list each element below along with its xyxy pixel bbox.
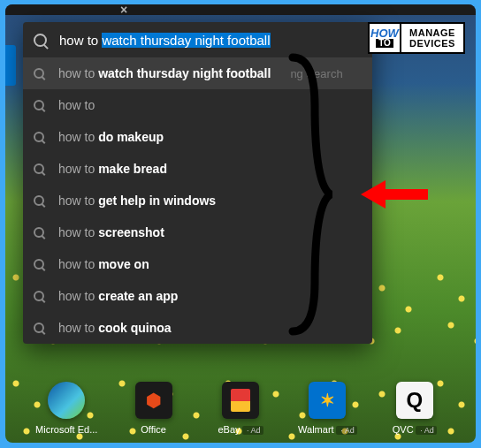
search-icon (34, 323, 44, 333)
taskbar-app-edge[interactable]: Microsoft Ed... (27, 382, 106, 435)
search-typed-text: how to (59, 33, 102, 48)
suggestion-item[interactable]: how to make bread (23, 153, 372, 185)
suggestion-text: how to do makeup (58, 130, 164, 144)
ebay-icon (222, 382, 259, 419)
suggestions-list: how to watch thursday night footballng S… (23, 57, 372, 344)
search-icon (34, 163, 44, 174)
window-titlebar (5, 4, 476, 15)
taskbar-app-label: eBay · Ad (218, 424, 263, 435)
search-icon (34, 34, 47, 47)
search-icon (34, 100, 44, 110)
suggestion-item[interactable]: how to create an app (23, 280, 372, 312)
taskbar: Microsoft Ed...⬢OfficeeBay · Ad✶Walmart … (5, 374, 476, 443)
taskbar-app-ebay[interactable]: eBay · Ad (201, 382, 280, 435)
taskbar-app-label: Walmart · Ad (298, 424, 357, 435)
logo-line1: MANAGE (409, 27, 455, 38)
suggestion-item[interactable]: how to do makeup (23, 121, 372, 153)
logo-to: TO (376, 39, 393, 48)
watermark-logo: HOW TO MANAGE DEVICES (368, 22, 465, 54)
walmart-icon: ✶ (309, 382, 346, 419)
office-icon: ⬢ (135, 382, 172, 419)
search-dropdown-panel: how to watch thursday night football how… (23, 22, 372, 344)
taskbar-app-office[interactable]: ⬢Office (114, 382, 194, 435)
suggestion-item[interactable]: how to watch thursday night footballng S… (23, 57, 372, 89)
ad-badge: · Ad (242, 426, 263, 435)
suggestion-text: how to (58, 98, 95, 112)
suggestion-text: how to screenshot (58, 225, 164, 239)
suggestion-item[interactable]: how to get help in windows (23, 185, 372, 216)
suggestion-item[interactable]: how to (23, 89, 372, 121)
qvc-icon: Q (396, 382, 433, 419)
suggestion-text: how to get help in windows (58, 194, 216, 208)
search-icon (34, 291, 44, 301)
logo-how: HOW (370, 29, 399, 38)
desktop-frame: × how to watch thursday night football h… (5, 4, 476, 443)
edge-icon (48, 382, 85, 419)
logo-line2: DEVICES (409, 38, 455, 49)
taskbar-app-label: QVC · Ad (393, 424, 437, 435)
taskbar-app-qvc[interactable]: QQVC · Ad (375, 382, 454, 435)
search-icon (34, 132, 44, 142)
taskbar-app-label: Microsoft Ed... (35, 424, 97, 435)
taskbar-app-walmart[interactable]: ✶Walmart · Ad (287, 382, 367, 435)
suggestion-text: how to create an app (58, 289, 178, 303)
suggestion-text: how to cook quinoa (58, 321, 172, 335)
search-icon (34, 259, 44, 270)
search-icon (34, 195, 44, 206)
search-input-row[interactable]: how to watch thursday night football (23, 22, 372, 57)
search-icon (34, 68, 44, 79)
search-icon (34, 227, 44, 238)
search-autocomplete-text: watch thursday night football (102, 33, 270, 48)
search-input-text[interactable]: how to watch thursday night football (59, 33, 271, 48)
ad-badge: · Ad (416, 426, 437, 435)
suggestion-text: how to make bread (58, 162, 167, 176)
suggestion-text: how to move on (58, 257, 149, 271)
suggestion-text: how to watch thursday night football (58, 66, 271, 80)
edge-sidebar-indicator (5, 45, 16, 86)
suggestion-hint: ng Search (290, 67, 342, 80)
ad-badge: · Ad (336, 426, 357, 435)
suggestion-item[interactable]: how to cook quinoa (23, 312, 372, 344)
tab-close-icon[interactable]: × (120, 4, 127, 17)
suggestion-item[interactable]: how to screenshot (23, 216, 372, 248)
suggestion-item[interactable]: how to move on (23, 248, 372, 280)
taskbar-app-label: Office (141, 424, 166, 435)
